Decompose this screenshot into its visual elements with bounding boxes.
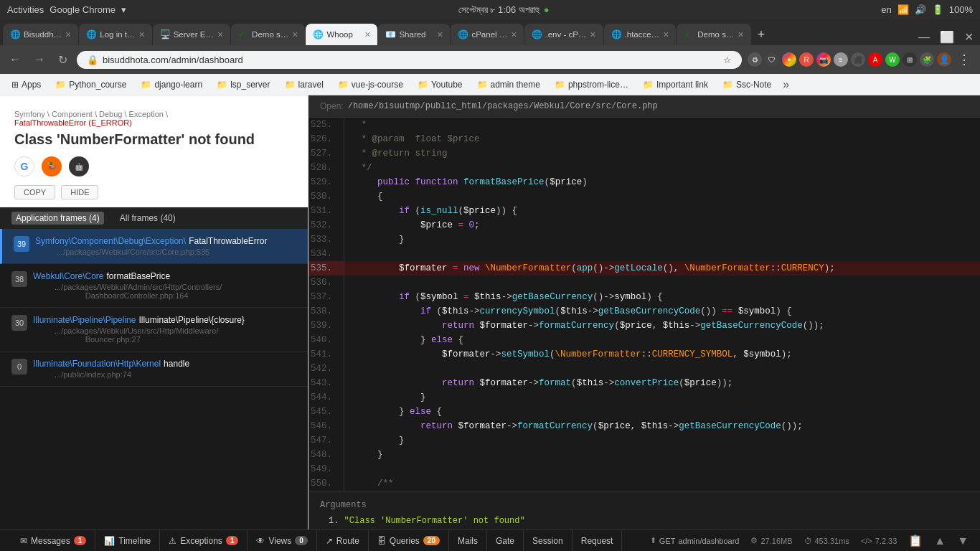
wifi-icon: 📶 xyxy=(897,4,909,15)
tab-demo2[interactable]: ✓ Demo s… × xyxy=(677,24,750,45)
tab-close-shared[interactable]: × xyxy=(437,29,443,40)
bookmark-apps[interactable]: ⊞ Apps xyxy=(6,78,47,91)
ext-red[interactable]: R xyxy=(799,52,814,67)
argument-item-1: 1. "Class 'NumberFormatter' not found" xyxy=(329,516,969,526)
code-view[interactable]: 525. * 526. * @param float $price 527. *… xyxy=(308,118,980,529)
close-button[interactable]: ✕ xyxy=(961,29,977,45)
bookmarks-more-button[interactable]: » xyxy=(780,78,792,91)
status-exceptions[interactable]: ⚠ Exceptions 1 xyxy=(160,530,248,551)
dropdown-icon[interactable]: ▾ xyxy=(121,4,126,15)
status-route[interactable]: ↗ Route xyxy=(317,530,369,551)
ext-extra1[interactable]: ≡ xyxy=(834,52,848,67)
status-request[interactable]: Request xyxy=(573,530,623,551)
ext-extra3[interactable]: A xyxy=(868,52,882,67)
app-frames-tab[interactable]: Application frames (4) xyxy=(11,212,104,225)
url-bar[interactable]: 🔒 bisuddhota.com/admin/dashboard ☆ xyxy=(77,51,742,69)
bookmark-ssc[interactable]: 📁 Ssc-Note xyxy=(717,78,777,91)
memory-indicator: ⚙ 27.16MB xyxy=(750,536,792,545)
minimize-button[interactable]: — xyxy=(915,29,933,45)
forward-button[interactable]: → xyxy=(30,52,49,67)
bookmark-vue[interactable]: 📁 vue-js-course xyxy=(332,78,409,91)
hide-button[interactable]: HIDE xyxy=(61,185,98,199)
bookmark-youtube[interactable]: 📁 Youtube xyxy=(412,78,468,91)
tab-demo1[interactable]: ✓ Demo s… × xyxy=(231,24,305,45)
status-timeline[interactable]: 📊 Timeline xyxy=(95,530,160,551)
status-queries[interactable]: 🗄 Queries 20 xyxy=(369,530,449,551)
ext-settings[interactable]: ⚙ xyxy=(748,52,762,67)
tab-whoop[interactable]: 🌐 Whoop × xyxy=(306,24,377,45)
code-line-548: 548. } xyxy=(308,448,980,462)
status-messages[interactable]: ✉ Messages 1 xyxy=(11,530,95,551)
tab-title-bisuddhi: Bisuddh… xyxy=(24,30,62,39)
tab-bisuddhi[interactable]: 🌐 Bisuddh… × xyxy=(3,24,78,45)
status-session[interactable]: Session xyxy=(524,530,573,551)
ext-avatar[interactable]: 👤 xyxy=(937,52,951,67)
all-frames-tab[interactable]: All frames (40) xyxy=(116,212,180,225)
ext-extra5[interactable]: ⊞ xyxy=(903,52,917,67)
tab-close-bisuddhi[interactable]: × xyxy=(65,29,71,40)
frame-item-30[interactable]: 30 Illuminate\Pipeline\Pipeline Illumina… xyxy=(0,308,308,352)
open-label: Open: xyxy=(320,101,344,111)
frame-item-39[interactable]: 39 Symfony\Component\Debug\Exception\Fat… xyxy=(0,229,308,264)
django-folder-icon: 📁 xyxy=(141,80,151,90)
ext-extra4[interactable]: W xyxy=(885,52,900,67)
reload-button[interactable]: ↻ xyxy=(55,52,71,68)
status-views[interactable]: 👁 Views 0 xyxy=(248,530,316,551)
files-icon[interactable]: 📋 xyxy=(908,534,923,547)
tab-close-whoop[interactable]: × xyxy=(364,29,370,40)
bookmark-important[interactable]: 📁 Important link xyxy=(637,78,714,91)
ai-search-button[interactable]: 🤖 xyxy=(69,156,89,176)
code-file-path: Open: /home/bisuutmp/public_html/package… xyxy=(308,95,980,118)
tab-server[interactable]: 🖥️ Server E… × xyxy=(153,24,230,45)
bookmark-laravel[interactable]: 📁 laravel xyxy=(279,78,329,91)
error-title: Class 'NumberFormatter' not found xyxy=(14,131,293,148)
code-line-531: 531. if (is_null($price)) { xyxy=(308,204,980,218)
code-line-535: 535. $formater = new \NumberFormatter(ap… xyxy=(308,261,980,276)
messages-badge: 1 xyxy=(74,536,87,545)
frame-path-38: .../packages/Webkul/Admin/src/Http/Contr… xyxy=(55,283,296,300)
status-mails[interactable]: Mails xyxy=(449,530,487,551)
tab-close-htaccess[interactable]: × xyxy=(663,29,669,40)
tab-close-env[interactable]: × xyxy=(590,29,595,40)
back-button[interactable]: ← xyxy=(6,52,24,67)
maximize-button[interactable]: ⬜ xyxy=(936,29,958,45)
bookmark-phpstrom[interactable]: 📁 phpstrom-lice… xyxy=(549,78,634,91)
views-label: Views xyxy=(268,536,291,546)
bookmark-django[interactable]: 📁 django-learn xyxy=(135,78,208,91)
frame-item-0[interactable]: 0 Illuminate\Foundation\Http\Kernel hand… xyxy=(0,352,308,387)
google-search-button[interactable]: G xyxy=(14,156,34,176)
ext-extra2[interactable]: ⬛ xyxy=(851,52,865,67)
frame-item-38[interactable]: 38 Webkul\Core\Core formatBasePrice .../… xyxy=(0,264,308,308)
tab-htaccess[interactable]: 🌐 .htacce… × xyxy=(604,24,677,45)
app-name[interactable]: Google Chrome xyxy=(50,4,116,15)
status-right: ⬆ GET admin/dashboard ⚙ 27.16MB ⏱ 453.31… xyxy=(650,534,969,547)
ext-shield[interactable]: 🛡 xyxy=(765,52,779,67)
code-line-544: 544. } xyxy=(308,390,980,405)
tab-close-demo2[interactable]: × xyxy=(738,29,743,40)
lang[interactable]: en xyxy=(881,4,891,15)
chrome-menu[interactable]: ⋮ xyxy=(954,50,974,69)
new-tab-button[interactable]: + xyxy=(752,24,771,45)
bookmark-python[interactable]: 📁 Python_course xyxy=(50,78,132,91)
bookmark-icon[interactable]: ☆ xyxy=(723,55,732,65)
bookmark-admin[interactable]: 📁 admin theme xyxy=(471,78,546,91)
scroll-up-icon[interactable]: ▲ xyxy=(934,534,946,547)
tab-shared[interactable]: 📧 Shared × xyxy=(378,24,450,45)
tab-close-demo1[interactable]: × xyxy=(292,29,298,40)
tab-close-server[interactable]: × xyxy=(217,29,223,40)
activities-label[interactable]: Activities xyxy=(7,4,44,15)
tab-cpanel[interactable]: 🌐 cPanel … × xyxy=(451,24,524,45)
scroll-down-icon[interactable]: ▼ xyxy=(957,534,969,547)
status-gate[interactable]: Gate xyxy=(487,530,524,551)
tab-env[interactable]: 🌐 .env - cP… × xyxy=(524,24,603,45)
ext-instagram[interactable]: 📷 xyxy=(816,52,831,67)
duckduckgo-search-button[interactable]: 🦆 xyxy=(42,156,62,176)
ext-chrome[interactable]: ● xyxy=(782,52,796,67)
tab-close-login[interactable]: × xyxy=(138,29,144,40)
tab-login[interactable]: 🌐 Log in t… × xyxy=(79,24,151,45)
copy-button[interactable]: COPY xyxy=(14,185,55,199)
lsp-folder-icon: 📁 xyxy=(217,80,227,90)
ext-puzzle[interactable]: 🧩 xyxy=(920,52,934,67)
bookmark-lsp[interactable]: 📁 lsp_server xyxy=(211,78,275,91)
tab-close-cpanel[interactable]: × xyxy=(511,29,517,40)
